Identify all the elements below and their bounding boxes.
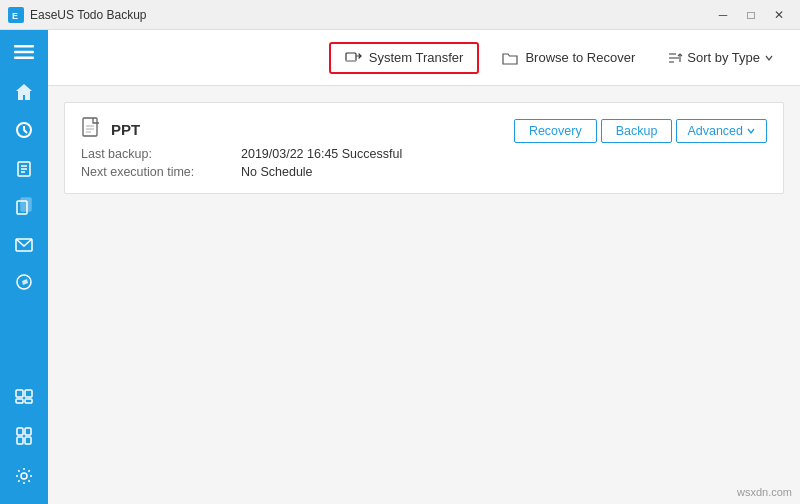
chevron-down-icon — [764, 53, 774, 63]
sidebar-bottom — [6, 378, 42, 504]
backup-meta: Last backup: 2019/03/22 16:45 Successful… — [81, 147, 402, 179]
backup-title-row: PPT — [81, 117, 402, 141]
recovery-button[interactable]: Recovery — [514, 119, 597, 143]
svg-rect-25 — [346, 60, 356, 62]
sidebar-item-settings[interactable] — [6, 458, 42, 494]
svg-rect-22 — [25, 437, 31, 444]
svg-rect-11 — [21, 198, 31, 211]
sidebar-item-restore[interactable] — [6, 150, 42, 186]
watermark: wsxdn.com — [737, 486, 792, 498]
sidebar-item-clone[interactable] — [6, 188, 42, 224]
sidebar-item-backup[interactable] — [6, 112, 42, 148]
svg-rect-4 — [14, 57, 34, 60]
close-button[interactable]: ✕ — [766, 5, 792, 25]
sidebar-item-home[interactable] — [6, 74, 42, 110]
next-execution-row: Next execution time: No Schedule — [81, 165, 402, 179]
next-execution-value: No Schedule — [241, 165, 313, 179]
svg-rect-20 — [25, 428, 31, 435]
app-icon: E — [8, 7, 24, 23]
app-body: System Transfer Browse to Recover Sort — [0, 30, 800, 504]
sidebar-item-transfer[interactable] — [6, 378, 42, 414]
svg-rect-21 — [17, 437, 23, 444]
toolbar: System Transfer Browse to Recover Sort — [48, 30, 800, 86]
file-icon — [81, 117, 103, 141]
app-title: EaseUS Todo Backup — [30, 8, 710, 22]
main-area: PPT Last backup: 2019/03/22 16:45 Succes… — [48, 86, 800, 504]
last-backup-row: Last backup: 2019/03/22 16:45 Successful — [81, 147, 402, 161]
restore-button[interactable]: □ — [738, 5, 764, 25]
svg-rect-18 — [25, 399, 32, 403]
svg-rect-19 — [17, 428, 23, 435]
last-backup-value: 2019/03/22 16:45 Successful — [241, 147, 402, 161]
backup-card: PPT Last backup: 2019/03/22 16:45 Succes… — [64, 102, 784, 194]
svg-rect-17 — [16, 399, 23, 403]
last-backup-label: Last backup: — [81, 147, 241, 161]
backup-name: PPT — [111, 121, 140, 138]
svg-rect-3 — [14, 51, 34, 54]
svg-point-23 — [21, 473, 27, 479]
svg-marker-14 — [22, 279, 28, 285]
minimize-button[interactable]: ─ — [710, 5, 736, 25]
svg-rect-15 — [16, 390, 23, 397]
browse-recover-button[interactable]: Browse to Recover — [487, 44, 649, 72]
advanced-label: Advanced — [687, 124, 743, 138]
svg-rect-30 — [83, 118, 97, 136]
svg-rect-24 — [346, 53, 356, 61]
svg-rect-2 — [14, 45, 34, 48]
browse-recover-label: Browse to Recover — [525, 50, 635, 65]
svg-rect-16 — [25, 390, 32, 397]
sidebar-item-mail[interactable] — [6, 226, 42, 262]
sidebar-item-explore[interactable] — [6, 264, 42, 300]
backup-button[interactable]: Backup — [601, 119, 673, 143]
title-bar: E EaseUS Todo Backup ─ □ ✕ — [0, 0, 800, 30]
system-transfer-button[interactable]: System Transfer — [329, 42, 480, 74]
sort-by-type-button[interactable]: Sort by Type — [657, 44, 784, 72]
content-area: System Transfer Browse to Recover Sort — [48, 30, 800, 504]
sidebar — [0, 30, 48, 504]
next-execution-label: Next execution time: — [81, 165, 241, 179]
sidebar-item-tools[interactable] — [6, 418, 42, 454]
svg-text:E: E — [12, 11, 18, 21]
backup-actions: Recovery Backup Advanced — [514, 119, 767, 143]
system-transfer-label: System Transfer — [369, 50, 464, 65]
advanced-chevron-icon — [746, 126, 756, 136]
advanced-button[interactable]: Advanced — [676, 119, 767, 143]
sort-by-type-label: Sort by Type — [687, 50, 760, 65]
window-controls: ─ □ ✕ — [710, 5, 792, 25]
menu-button[interactable] — [6, 34, 42, 70]
